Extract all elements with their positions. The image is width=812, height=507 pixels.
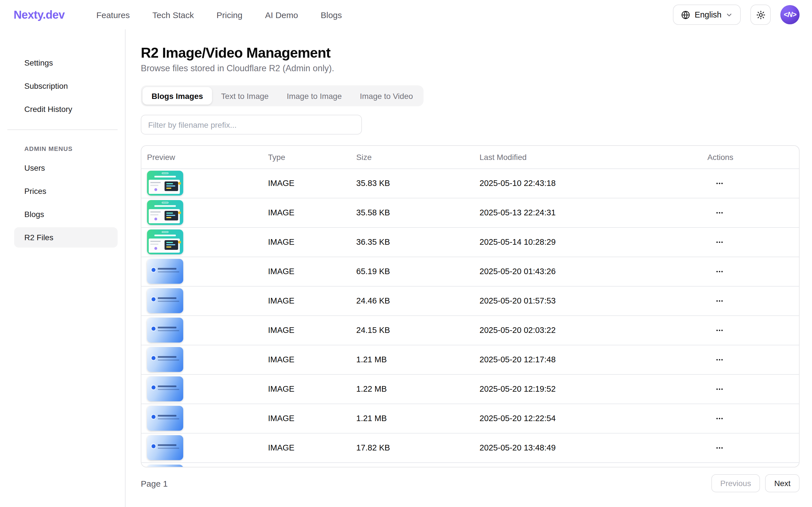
table-row: IMAGE36.35 KB2025-05-14 10:28:29 (141, 227, 800, 257)
avatar-initials: <N> (784, 11, 796, 19)
sidebar-item-subscription[interactable]: Subscription (14, 76, 118, 96)
table-row: IMAGE1.21 MB2025-05-20 12:22:54 (141, 404, 800, 433)
nav-link-features[interactable]: Features (96, 10, 130, 19)
file-type: IMAGE (262, 374, 350, 404)
nav-link-ai-demo[interactable]: AI Demo (265, 10, 298, 19)
tab-list: Blogs ImagesText to ImageImage to ImageI… (141, 86, 424, 106)
globe-icon (681, 10, 691, 19)
file-type: IMAGE (262, 286, 350, 316)
ellipsis-icon (715, 179, 724, 187)
ellipsis-icon (715, 385, 724, 393)
nav-link-pricing[interactable]: Pricing (217, 10, 242, 19)
sidebar-item-settings[interactable]: Settings (14, 53, 118, 73)
language-selector[interactable]: English (673, 4, 741, 25)
row-actions-button[interactable] (712, 353, 727, 366)
file-size: 24.46 KB (350, 286, 474, 316)
user-avatar[interactable]: <N> (780, 5, 800, 24)
file-size: 35.83 KB (350, 168, 474, 198)
file-thumbnail (147, 435, 183, 460)
file-type: IMAGE (262, 404, 350, 433)
file-modified: 2025-05-14 10:28:29 (474, 227, 702, 257)
previous-page-button[interactable]: Previous (711, 474, 760, 492)
chevron-down-icon (725, 11, 733, 18)
file-size: 35.58 KB (350, 198, 474, 227)
file-type: IMAGE (262, 198, 350, 227)
file-type: IMAGE (262, 227, 350, 257)
row-actions-button[interactable] (712, 206, 727, 219)
row-actions-button[interactable] (712, 265, 727, 278)
file-modified: 2025-05-20 12:19:52 (474, 374, 702, 404)
file-thumbnail (147, 229, 183, 255)
pagination: Page 1 Previous Next (141, 474, 800, 492)
file-type (262, 462, 350, 467)
ellipsis-icon (715, 443, 724, 452)
main-content: R2 Image/Video Management Browse files s… (125, 30, 812, 507)
file-modified: 2025-05-20 12:22:54 (474, 404, 702, 433)
next-page-button[interactable]: Next (765, 474, 800, 492)
tab-text-to-image[interactable]: Text to Image (212, 87, 278, 105)
page-indicator: Page 1 (141, 478, 168, 488)
nav-link-blogs[interactable]: Blogs (321, 10, 342, 19)
nav-link-tech-stack[interactable]: Tech Stack (152, 10, 194, 19)
sidebar-admin-section: UsersPricesBlogsR2 Files (7, 158, 118, 247)
table-row: IMAGE17.82 KB2025-05-20 13:48:49 (141, 433, 800, 462)
row-actions-button[interactable] (712, 177, 727, 190)
file-thumbnail (147, 347, 183, 372)
theme-toggle-button[interactable] (750, 4, 771, 25)
tab-image-to-video[interactable]: Image to Video (351, 87, 422, 105)
file-modified: 2025-05-10 22:43:18 (474, 168, 702, 198)
sidebar-item-credit-history[interactable]: Credit History (14, 99, 118, 119)
file-type: IMAGE (262, 345, 350, 374)
file-type: IMAGE (262, 257, 350, 286)
sidebar-item-r2-files[interactable]: R2 Files (14, 227, 118, 247)
file-thumbnail (147, 318, 183, 342)
file-modified: 2025-05-20 12:17:48 (474, 345, 702, 374)
topbar-actions: English <N> (673, 4, 800, 25)
page-title: R2 Image/Video Management (141, 44, 800, 61)
sidebar-item-blogs[interactable]: Blogs (14, 204, 118, 224)
file-size: 1.22 MB (350, 374, 474, 404)
file-type: IMAGE (262, 433, 350, 462)
filter-input[interactable] (141, 115, 362, 134)
page: Nexty.dev FeaturesTech StackPricingAI De… (0, 0, 812, 507)
file-thumbnail (147, 406, 183, 431)
file-thumbnail (147, 377, 183, 401)
tab-image-to-image[interactable]: Image to Image (278, 87, 351, 105)
column-header-actions: Actions (702, 146, 800, 168)
sidebar-divider (7, 129, 118, 130)
ellipsis-icon (715, 414, 724, 422)
ellipsis-icon (715, 208, 724, 217)
file-thumbnail (147, 200, 183, 225)
file-size (350, 462, 474, 467)
file-type: IMAGE (262, 168, 350, 198)
sun-icon (756, 10, 765, 19)
tab-blogs-images[interactable]: Blogs Images (143, 87, 212, 105)
row-actions-button[interactable] (712, 235, 727, 248)
column-header-type: Type (262, 146, 350, 168)
row-actions-button[interactable] (712, 382, 727, 395)
sidebar-item-prices[interactable]: Prices (14, 181, 118, 201)
table-row: IMAGE35.83 KB2025-05-10 22:43:18 (141, 168, 800, 198)
sidebar-item-users[interactable]: Users (14, 158, 118, 178)
file-size: 1.21 MB (350, 345, 474, 374)
row-actions-button[interactable] (712, 324, 727, 337)
row-actions-button[interactable] (712, 412, 727, 425)
column-header-preview: Preview (141, 146, 262, 168)
file-modified: 2025-05-20 01:57:53 (474, 286, 702, 316)
ellipsis-icon (715, 296, 724, 305)
file-modified: 2025-05-20 13:48:49 (474, 433, 702, 462)
file-size: 24.15 KB (350, 316, 474, 345)
row-actions-button[interactable] (712, 441, 727, 454)
table-row: IMAGE1.22 MB2025-05-20 12:19:52 (141, 374, 800, 404)
file-modified: 2025-05-20 01:43:26 (474, 257, 702, 286)
file-modified (474, 462, 702, 467)
table-row (141, 462, 800, 467)
ellipsis-icon (715, 355, 724, 364)
column-header-size: Size (350, 146, 474, 168)
brand-logo[interactable]: Nexty.dev (13, 8, 65, 21)
file-thumbnail (147, 288, 183, 313)
file-modified: 2025-05-13 22:24:31 (474, 198, 702, 227)
sidebar-section-label: ADMIN MENUS (24, 145, 118, 152)
main-nav: FeaturesTech StackPricingAI DemoBlogs (96, 10, 342, 19)
row-actions-button[interactable] (712, 294, 727, 307)
